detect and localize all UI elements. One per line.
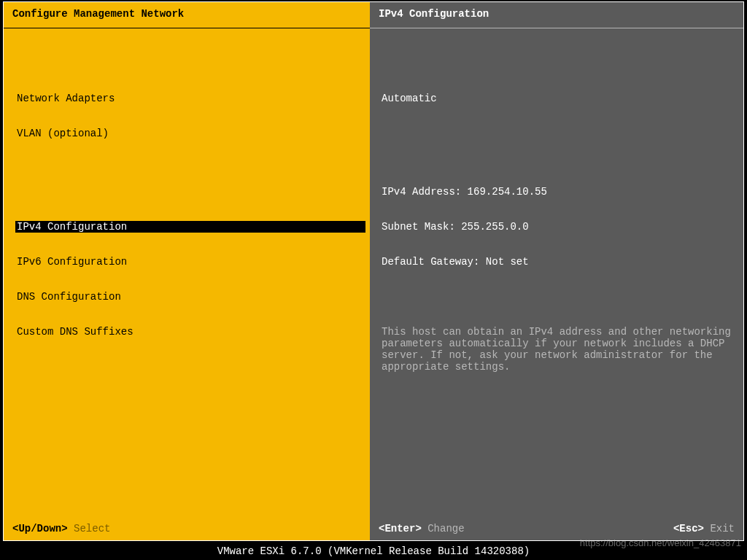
right-footer: <Enter> Change <Esc> Exit bbox=[370, 520, 743, 540]
action-change: Change bbox=[427, 523, 464, 534]
action-exit: Exit bbox=[710, 523, 735, 534]
menu-group-adapters: Network Adapters VLAN (optional) bbox=[15, 69, 361, 163]
detail-body: Automatic IPv4 Address: 169.254.10.55 Su… bbox=[370, 28, 743, 520]
mode-block: Automatic bbox=[382, 69, 735, 128]
menu-item-custom-dns-suffixes[interactable]: Custom DNS Suffixes bbox=[15, 326, 361, 338]
ipv4-address-line: IPv4 Address: 169.254.10.55 bbox=[382, 186, 735, 198]
nav-hint-enter: <Enter> Change bbox=[379, 523, 465, 534]
ipv4-mode: Automatic bbox=[382, 93, 735, 104]
menu-item-vlan[interactable]: VLAN (optional) bbox=[15, 128, 361, 139]
help-text: This host can obtain an IPv4 address and… bbox=[382, 326, 732, 373]
right-pane: IPv4 Configuration Automatic IPv4 Addres… bbox=[370, 2, 743, 540]
left-pane-title: Configure Management Network bbox=[4, 2, 370, 28]
menu-item-dns-config[interactable]: DNS Configuration bbox=[15, 291, 361, 303]
version-bar: VMware ESXi 6.7.0 (VMKernel Release Buil… bbox=[0, 542, 747, 560]
left-footer: <Up/Down> Select bbox=[4, 520, 370, 540]
left-pane: Configure Management Network Network Ada… bbox=[4, 2, 370, 540]
action-select: Select bbox=[74, 523, 110, 534]
menu-item-ipv6-config[interactable]: IPv6 Configuration bbox=[15, 256, 361, 268]
nav-hint-esc: <Esc> Exit bbox=[673, 523, 735, 534]
subnet-mask-line: Subnet Mask: 255.255.0.0 bbox=[382, 221, 735, 233]
address-block: IPv4 Address: 169.254.10.55 Subnet Mask:… bbox=[382, 163, 735, 291]
main-frame: Configure Management Network Network Ada… bbox=[3, 1, 744, 541]
key-enter: <Enter> bbox=[379, 523, 422, 534]
key-updown: <Up/Down> bbox=[12, 523, 68, 534]
menu-item-network-adapters[interactable]: Network Adapters bbox=[15, 93, 361, 104]
key-esc: <Esc> bbox=[673, 523, 704, 534]
esxi-dcui-screen: Configure Management Network Network Ada… bbox=[0, 0, 747, 560]
right-pane-title: IPv4 Configuration bbox=[370, 2, 743, 28]
menu-item-ipv4-config[interactable]: IPv4 Configuration bbox=[15, 221, 365, 233]
left-menu[interactable]: Network Adapters VLAN (optional) IPv4 Co… bbox=[4, 28, 370, 520]
default-gateway-line: Default Gateway: Not set bbox=[382, 256, 735, 268]
menu-group-config: IPv4 Configuration IPv6 Configuration DN… bbox=[15, 198, 361, 361]
nav-hint-updown: <Up/Down> Select bbox=[12, 523, 110, 534]
